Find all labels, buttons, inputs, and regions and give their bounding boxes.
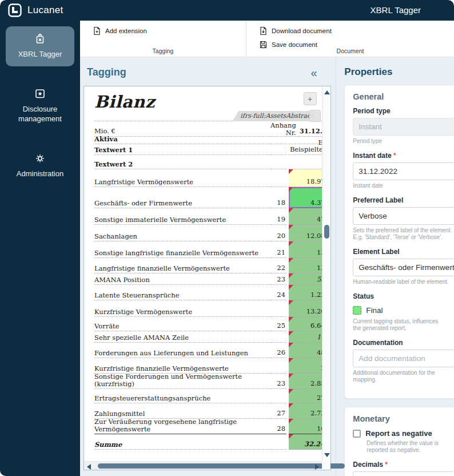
field-helper: Additional documentation for the <box>353 370 454 376</box>
row-anhang-nr: 23 <box>270 374 286 389</box>
value-cell-2022[interactable]: 6.640 <box>289 317 322 331</box>
header-date-2022: 31.12.2022 <box>300 121 322 137</box>
collapse-panel-icon[interactable]: « <box>311 67 317 78</box>
table-row: Latente Steueransprüche241.224808 <box>94 285 322 300</box>
table-row: Ertragsteuererstattungsansprüche279184 <box>94 389 322 403</box>
tag-chip-action-button[interactable] <box>309 110 321 122</box>
toolbar-group-label: Document <box>246 47 454 54</box>
value-cell-2022[interactable]: 136 <box>289 241 322 258</box>
value-cell-2022[interactable]: 12.087 <box>289 225 322 241</box>
row-label: Sonstige immaterielle Vermögenswerte <box>94 208 270 225</box>
lucanet-logo-icon <box>8 3 22 17</box>
row-anhang-nr: 22 <box>270 258 286 273</box>
app-title: XBRL Tagger <box>371 5 421 15</box>
download-document-button[interactable]: Download document <box>259 26 332 35</box>
decimals-input[interactable] <box>353 471 454 476</box>
row-label: Langfristige finanzielle Vermögenswerte <box>94 258 270 273</box>
tagging-panel: Tagging « Bilanz + ifrs-full:AssetsAbstr… <box>80 57 336 476</box>
scrollbar-corner <box>322 461 330 470</box>
add-extension-button[interactable]: Add extension <box>93 26 147 35</box>
row-label: Sonstige langfristige finanzielle Vermög… <box>94 241 270 258</box>
document-viewer: Bilanz + ifrs-full:AssetsAbstract Mio. €… <box>83 86 331 470</box>
row-label: Geschäfts- oder Firmenwerte <box>94 187 270 208</box>
sidebar-item-disclosure-management[interactable]: Disclosure management <box>6 81 74 131</box>
sidebar-item-xbrl-tagger[interactable]: XBRL Tagger <box>6 26 74 66</box>
table-row: Summe32.24821.267 <box>94 434 322 450</box>
row-label: Kurzfristige Vermögenswerte <box>94 300 270 317</box>
table-row: Langfristige finanzielle Vermögenswerte2… <box>94 258 322 273</box>
row-anhang-nr: 19 <box>270 208 286 225</box>
row-anhang-nr: 25 <box>270 317 286 331</box>
sidebar-item-administration[interactable]: Administration <box>6 146 74 186</box>
value-cell-2022[interactable]: 100 <box>289 331 322 343</box>
balance-table: Mio. € Anhang Nr. 31.12.2022 31.12.2021 … <box>94 121 322 450</box>
instant-date-input[interactable] <box>353 162 454 180</box>
row-label: Sehr spezielle AMANA Zeile <box>94 331 270 343</box>
field-helper: E.g. 'Standard', 'Terse' or 'Verbose'. <box>353 234 454 240</box>
toolbar-group-tagging: Add extensionTagging <box>80 21 246 57</box>
value-cell-2022[interactable]: 279 <box>289 389 322 403</box>
table-row: Sonstige Forderungen und Vermögenswerte … <box>94 374 322 389</box>
documentation-input[interactable] <box>353 350 454 367</box>
table-row: Kurzfristige finanzielle Vermögenswerte2… <box>94 358 322 374</box>
value-cell-2022[interactable]: 18.979 <box>289 169 322 187</box>
scroll-right-arrow[interactable] <box>315 464 319 470</box>
report-as-negative-checkbox[interactable] <box>353 430 361 438</box>
value-cell-2022[interactable]: 4.379 <box>289 187 322 208</box>
value-cell-2022[interactable]: 13.269 <box>289 300 322 317</box>
table-row: Geschäfts- oder Firmenwerte184.3792.890 <box>94 187 322 208</box>
table-row: Sachanlagen2012.0877.977 <box>94 225 322 241</box>
table-row: Aktiva <box>94 137 322 144</box>
row-anhang-nr: 26 <box>270 343 286 358</box>
value-cell-2022[interactable]: 21 <box>289 358 322 374</box>
field-helper: mapping. <box>353 376 454 383</box>
row-anhang-nr: 20 <box>270 225 286 241</box>
horizontal-scroll-thumb[interactable] <box>98 463 345 469</box>
row-label: Kurzfristige finanzielle Vermögenswerte <box>94 358 270 374</box>
row-label: Aktiva <box>94 137 270 144</box>
row-label: Langfristige Vermögenswerte <box>94 169 270 187</box>
value-cell-2022[interactable]: 478 <box>289 208 322 225</box>
value-cell-2022: Ein Beispieltext <box>289 144 322 155</box>
value-cell-2022[interactable]: 2.851 <box>289 374 322 389</box>
element-label-input[interactable] <box>353 259 454 276</box>
properties-card-general: GeneralPeriod typePeriod typeInstant dat… <box>344 85 454 399</box>
scroll-left-arrow[interactable] <box>87 464 91 470</box>
brand-name: Lucanet <box>27 5 63 16</box>
tag-x-icon <box>8 33 72 45</box>
row-label: AMANA Position <box>94 273 270 285</box>
value-cell-2022[interactable]: 165 <box>289 419 322 434</box>
status-value: Final <box>353 303 454 316</box>
tagging-panel-title: Tagging <box>87 66 126 78</box>
vertical-scrollbar[interactable] <box>322 86 330 461</box>
value-cell-2022[interactable]: 32.248 <box>289 434 322 450</box>
period-type-input[interactable] <box>353 118 454 136</box>
vertical-scroll-thumb[interactable] <box>324 225 329 239</box>
properties-field: Element LabelHuman-readable label of the… <box>353 248 454 285</box>
row-label: Textwert 2 <box>94 155 270 169</box>
sidebar-item-label: XBRL Tagger <box>8 50 72 59</box>
field-label: Preferred Label <box>353 196 454 204</box>
add-tag-button[interactable]: + <box>304 92 317 105</box>
field-helper: Period type <box>353 138 454 144</box>
value-cell-2022[interactable]: 1.224 <box>289 285 322 300</box>
row-label: Zahlungsmittel <box>94 403 270 419</box>
scroll-up-arrow[interactable] <box>324 90 330 94</box>
scroll-down-arrow[interactable] <box>324 453 330 457</box>
value-cell-2022[interactable]: 139 <box>289 258 322 273</box>
properties-field: Report as negativeDefines whether the va… <box>353 429 454 453</box>
xbrl-tag-chip[interactable]: ifrs-full:AssetsAbstract <box>232 111 320 121</box>
header-anhang-nr: Anhang Nr. <box>270 121 297 137</box>
field-helper: Defines whether the value is <box>367 440 454 446</box>
horizontal-scrollbar[interactable] <box>84 461 322 470</box>
value-cell-2022[interactable]: 481 <box>289 343 322 358</box>
value-cell-2022[interactable]: 2.732 <box>289 403 322 419</box>
row-anhang-nr <box>270 144 286 155</box>
sidebar-item-label: Administration <box>8 169 72 178</box>
table-row: Textwert 2Ein weiterer Beispieltext <box>94 155 322 169</box>
preferred-label-input[interactable] <box>353 207 454 225</box>
value-cell-2022[interactable]: 536 <box>289 273 322 285</box>
row-anhang-nr: 21 <box>270 241 286 258</box>
row-label: Summe <box>94 434 270 450</box>
required-asterisk: * <box>392 152 396 160</box>
